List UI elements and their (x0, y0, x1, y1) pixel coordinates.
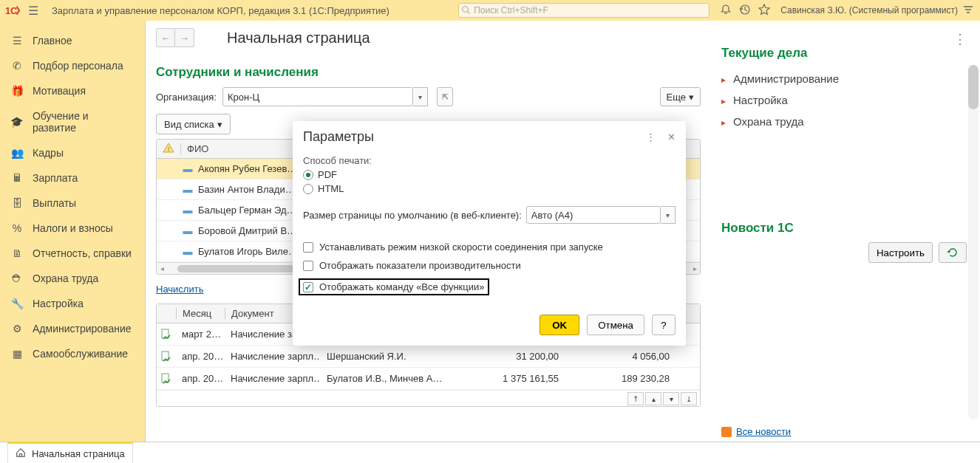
doc-icon: 🗎 (10, 247, 24, 259)
accrue-link[interactable]: Начислить (156, 284, 203, 295)
top-actions (720, 4, 770, 18)
sidebar-item-taxes[interactable]: %Налоги и взносы (0, 216, 145, 241)
refresh-icon (947, 247, 959, 258)
doc-month: март 2… (176, 329, 225, 340)
print-method-label: Способ печати: (303, 155, 676, 166)
scroll-up-button[interactable]: ▴ (645, 392, 661, 405)
sidebar-item-salary[interactable]: 🖩Зарплата (0, 165, 145, 191)
page-size-select[interactable]: Авто (А4) (526, 206, 661, 224)
bottom-tab[interactable]: Начальная страница (7, 442, 133, 464)
radio-icon (303, 170, 313, 180)
radio-pdf[interactable]: PDF (303, 169, 676, 180)
view-type-button[interactable]: Вид списка▾ (156, 114, 231, 134)
org-dropdown-button[interactable]: ▾ (413, 87, 428, 106)
wallet-icon: 🗄 (10, 197, 24, 209)
sidebar-item-label: Подбор персонала (33, 60, 123, 72)
nav-row: ← → Начальная страница (156, 28, 701, 47)
chevron-down-icon: ▾ (689, 92, 694, 103)
org-select[interactable]: Крон-Ц (222, 87, 413, 106)
checkbox-label: Отображать команду «Все функции» (319, 281, 485, 292)
ok-button[interactable]: OK (540, 315, 579, 335)
history-icon[interactable] (739, 4, 751, 18)
nav-back-button[interactable]: ← (156, 28, 175, 47)
doc-posted-icon (157, 351, 176, 363)
window-menu-icon[interactable] (962, 4, 976, 17)
month-header[interactable]: Месяц (176, 308, 225, 319)
sidebar-item-label: Настройка (33, 298, 84, 309)
svg-text:!: ! (168, 145, 170, 153)
setup-label: Настроить (877, 247, 925, 258)
sidebar-item-motivation[interactable]: 🎁Мотивация (0, 78, 145, 103)
sidebar-item-label: Главное (33, 35, 72, 47)
v-scrollbar[interactable] (968, 65, 979, 419)
doc-month: апр. 20… (176, 351, 225, 362)
current-item[interactable]: Охрана труда (721, 111, 967, 132)
close-icon[interactable]: ✕ (667, 131, 676, 143)
all-news-link[interactable]: Все новости (721, 426, 791, 437)
scroll-top-button[interactable]: ⤒ (627, 392, 644, 405)
sidebar-item-main[interactable]: ☰Главное (0, 28, 145, 53)
bell-icon[interactable] (720, 4, 732, 18)
current-item[interactable]: Администрирование (721, 68, 967, 89)
scroll-bottom-button[interactable]: ⤓ (681, 392, 697, 405)
bullet-icon: ▬ (180, 184, 195, 195)
doc-sum1: 31 200,00 (461, 351, 565, 362)
sidebar-item-safety[interactable]: ⛑Охрана труда (0, 266, 145, 291)
sidebar-item-reports[interactable]: 🗎Отчетность, справки (0, 241, 145, 266)
sidebar-item-label: Кадры (33, 147, 64, 159)
checkbox-slow[interactable]: Устанавливать режим низкой скорости соед… (303, 241, 676, 253)
star-icon[interactable] (758, 4, 770, 18)
sidebar-item-admin[interactable]: ⚙Администрирование (0, 316, 145, 341)
top-bar: 1С ☰ Зарплата и управление персоналом КО… (0, 0, 980, 21)
nav-fwd-button[interactable]: → (175, 28, 194, 47)
current-title: Текущие дела (721, 46, 967, 61)
org-expand-button[interactable]: ⇱ (437, 87, 453, 106)
bullet-icon: ▬ (180, 163, 195, 174)
sidebar-item-recruit[interactable]: ✆Подбор персонала (0, 53, 145, 78)
sidebar-item-label: Охрана труда (33, 272, 98, 284)
current-item[interactable]: Настройка (721, 89, 967, 111)
refresh-button[interactable] (939, 242, 967, 263)
more-button[interactable]: Еще▾ (660, 87, 701, 106)
sidebar-item-hr[interactable]: 👥Кадры (0, 140, 145, 165)
radio-icon (303, 184, 313, 194)
sidebar-item-self[interactable]: ▦Самообслуживание (0, 341, 145, 366)
sidebar-item-label: Администрирование (33, 323, 132, 335)
checkbox-icon (303, 242, 313, 253)
page-size-drop-button[interactable]: ▾ (661, 206, 676, 224)
sidebar-item-label: Мотивация (33, 85, 86, 97)
user-name[interactable]: Савинская З.Ю. (Системный программист) (780, 5, 958, 16)
doc-row[interactable]: апр. 20… Начисление зарпл… Шершанский Я.… (157, 346, 700, 368)
cancel-button[interactable]: Отмена (587, 315, 644, 335)
helmet-icon: ⛑ (10, 272, 24, 284)
doc-name: Начисление зарпл… (225, 373, 321, 384)
panel-more-icon[interactable]: ⋮ (953, 31, 967, 47)
sidebar: ☰Главное ✆Подбор персонала 🎁Мотивация 🎓О… (0, 21, 145, 442)
gear-icon: ⚙ (10, 323, 24, 335)
help-button[interactable]: ? (652, 315, 676, 335)
checkbox-allfunc[interactable]: Отображать команду «Все функции» (299, 278, 489, 295)
grid-icon: ▦ (10, 348, 24, 360)
sidebar-item-payments[interactable]: 🗄Выплаты (0, 191, 145, 216)
app-logo: 1С (4, 4, 21, 17)
bullet-icon: ▬ (180, 246, 195, 257)
sidebar-item-label: Отчетность, справки (33, 247, 132, 259)
doc-sum2: 4 056,00 (565, 351, 676, 362)
bullet-icon: ▬ (180, 225, 195, 236)
sidebar-item-learning[interactable]: 🎓Обучение и развитие (0, 103, 145, 140)
doc-row[interactable]: апр. 20… Начисление зарпл… Булатов И.В.,… (157, 368, 700, 390)
sidebar-item-label: Самообслуживание (33, 348, 128, 360)
scroll-down-button[interactable]: ▾ (663, 392, 679, 405)
search-input[interactable]: Поиск Ctrl+Shift+F (458, 3, 710, 18)
hamburger-icon[interactable]: ☰ (28, 4, 43, 18)
radio-html[interactable]: HTML (303, 183, 676, 194)
dialog-more-icon[interactable]: ⋮ (646, 131, 656, 143)
doc-sum1: 1 375 161,55 (461, 373, 565, 384)
checkbox-icon (303, 261, 313, 271)
warn-column[interactable]: ! (157, 142, 180, 156)
more-label: Еще (667, 92, 686, 103)
checkbox-perf[interactable]: Отображать показатели производительности (303, 260, 676, 271)
setup-button[interactable]: Настроить (868, 242, 933, 263)
sidebar-item-settings[interactable]: 🔧Настройка (0, 291, 145, 316)
warning-icon: ! (163, 142, 174, 154)
